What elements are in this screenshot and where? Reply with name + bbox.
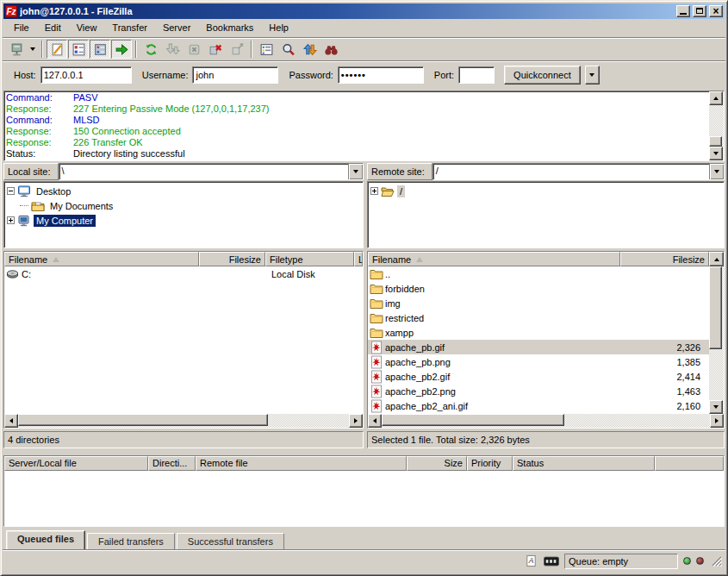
remote-site-bar: Remote site: /	[367, 163, 725, 180]
column-header-priority[interactable]: Priority	[467, 456, 513, 471]
toggle-remote-tree-button[interactable]	[90, 40, 110, 59]
file-row[interactable]: apache_pb2_ani.gif 2,160	[368, 398, 709, 413]
port-input[interactable]	[458, 66, 495, 84]
scrollbar-thumb[interactable]	[709, 266, 722, 349]
menu-server[interactable]: Server	[155, 20, 198, 35]
file-row[interactable]: ..	[368, 266, 709, 281]
minimize-button[interactable]	[676, 5, 690, 17]
menu-view[interactable]: View	[69, 20, 105, 35]
file-name: apache_pb.gif	[385, 342, 445, 353]
scroll-left-button[interactable]	[4, 414, 18, 428]
data-type-icon[interactable]: A	[523, 554, 538, 568]
refresh-button[interactable]	[140, 40, 161, 59]
remote-vertical-scrollbar[interactable]	[709, 266, 724, 414]
file-row-c-drive[interactable]: C: Local Disk	[4, 266, 363, 281]
log-line-label: Response:	[6, 137, 73, 148]
column-header-filename[interactable]: Filename	[368, 252, 620, 266]
site-manager-button[interactable]	[6, 40, 27, 59]
remote-site-combo[interactable]: /	[432, 163, 725, 180]
my-documents-icon	[31, 199, 45, 213]
expand-icon[interactable]	[370, 187, 378, 195]
process-queue-icon	[165, 42, 180, 57]
local-site-dropdown[interactable]	[348, 164, 363, 179]
tree-item-my-computer[interactable]: My Computer	[5, 213, 362, 228]
menu-transfer[interactable]: Transfer	[104, 20, 155, 35]
file-row[interactable]: restricted	[368, 310, 709, 325]
scroll-left-button[interactable]	[368, 414, 382, 428]
local-file-list: Filename Filesize Filetype L	[3, 251, 364, 429]
column-header-filesize[interactable]: Filesize	[620, 252, 709, 266]
tree-item-my-documents[interactable]: My Documents	[5, 198, 362, 213]
host-input[interactable]	[40, 66, 132, 84]
scrollbar-thumb[interactable]	[18, 414, 268, 426]
scroll-up-button[interactable]	[709, 252, 724, 266]
remote-site-dropdown[interactable]	[709, 164, 724, 179]
site-manager-dropdown[interactable]	[28, 40, 38, 59]
column-header-local-file[interactable]: Server/Local file	[4, 456, 148, 471]
tab-failed-transfers[interactable]: Failed transfers	[87, 533, 175, 549]
toggle-message-log-button[interactable]	[47, 40, 67, 59]
tab-successful-transfers[interactable]: Successful transfers	[177, 533, 284, 549]
log-vertical-scrollbar[interactable]	[709, 91, 724, 160]
expand-icon[interactable]	[7, 216, 15, 224]
file-row[interactable]: apache_pb2.png 1,463	[368, 384, 709, 398]
scrollbar-thumb[interactable]	[382, 414, 564, 426]
column-header-last-modified[interactable]: L	[354, 252, 363, 266]
toggle-local-tree-button[interactable]	[68, 40, 89, 59]
synchronized-browsing-button[interactable]	[299, 40, 320, 59]
scrollbar-thumb[interactable]	[709, 136, 722, 147]
file-name: xampp	[385, 328, 414, 338]
directory-comparison-button[interactable]	[277, 40, 298, 59]
local-site-combo[interactable]: \	[59, 163, 364, 180]
remote-list-body: .. forbidden img restricted	[368, 266, 724, 414]
menu-edit[interactable]: Edit	[37, 20, 69, 35]
column-header-filetype[interactable]: Filetype	[265, 252, 354, 266]
scroll-up-button[interactable]	[709, 91, 723, 105]
speed-limit-icon[interactable]	[544, 554, 559, 568]
scroll-down-button[interactable]	[709, 400, 723, 414]
menu-help[interactable]: Help	[261, 20, 296, 35]
username-input[interactable]	[192, 66, 278, 84]
file-row-selected[interactable]: apache_pb.gif 2,326	[368, 340, 709, 354]
tab-queued-files[interactable]: Queued files	[6, 530, 85, 549]
cancel-operation-button[interactable]	[184, 40, 204, 59]
scroll-down-button[interactable]	[709, 147, 723, 160]
menu-bookmarks[interactable]: Bookmarks	[198, 20, 261, 35]
file-row[interactable]: forbidden	[368, 281, 709, 296]
quickconnect-dropdown[interactable]	[585, 66, 600, 85]
process-queue-button[interactable]	[162, 40, 183, 59]
column-header-status[interactable]: Status	[513, 456, 655, 471]
scroll-right-button[interactable]	[349, 414, 363, 428]
disconnect-button[interactable]	[205, 40, 226, 59]
collapse-icon[interactable]	[7, 187, 15, 195]
column-header-remote-file[interactable]: Remote file	[196, 456, 407, 471]
maximize-button[interactable]	[693, 5, 706, 17]
toggle-transfer-queue-button[interactable]	[111, 40, 132, 59]
file-row[interactable]: apache_pb.png 1,385	[368, 354, 709, 369]
column-header-filename[interactable]: Filename	[4, 252, 199, 266]
password-input[interactable]	[338, 66, 424, 84]
menu-file[interactable]: File	[6, 20, 37, 35]
quickconnect-bar: Host: Username: Password: Port: Quickcon…	[3, 60, 725, 89]
column-header-direction[interactable]: Directi...	[148, 456, 196, 471]
svg-text:A: A	[527, 556, 533, 565]
tree-item-desktop[interactable]: Desktop	[5, 184, 362, 198]
directory-filters-button[interactable]	[256, 40, 277, 59]
column-label: Filesize	[673, 254, 705, 265]
column-header-size[interactable]: Size	[407, 456, 467, 471]
close-button[interactable]: ×	[709, 5, 723, 17]
title-bar[interactable]: Fz john@127.0.0.1 - FileZilla ×	[3, 3, 725, 19]
file-row[interactable]: img	[368, 296, 709, 310]
find-files-button[interactable]	[320, 40, 341, 59]
transfer-queue-icon	[115, 42, 129, 57]
scroll-right-button[interactable]	[710, 414, 724, 428]
resize-grip-icon[interactable]	[711, 555, 722, 567]
file-row[interactable]: apache_pb2.gif 2,414	[368, 369, 709, 384]
tree-item-root[interactable]: /	[369, 184, 723, 198]
file-row[interactable]: xampp	[368, 325, 709, 340]
reconnect-button[interactable]	[227, 40, 247, 59]
quickconnect-button[interactable]: Quickconnect	[504, 66, 581, 85]
remote-horizontal-scrollbar[interactable]	[368, 414, 724, 428]
column-header-filesize[interactable]: Filesize	[199, 252, 265, 266]
local-horizontal-scrollbar[interactable]	[4, 414, 363, 428]
